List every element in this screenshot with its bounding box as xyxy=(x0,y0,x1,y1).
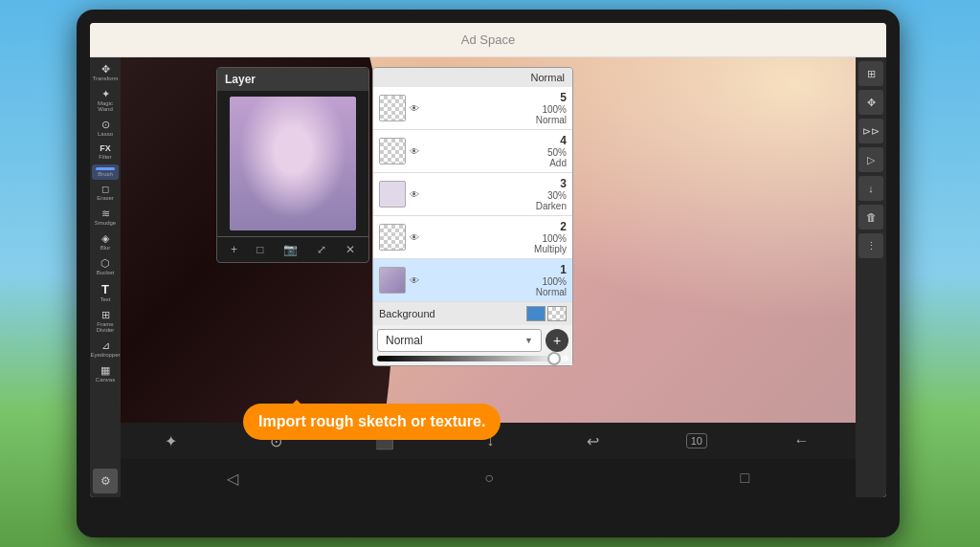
layer-5-info: 5 100% Normal xyxy=(423,91,567,125)
tool-text[interactable]: T Text xyxy=(92,280,119,305)
canvas-icon: ▦ xyxy=(100,365,110,376)
layer-toolbar: + □ 📷 ⤢ ✕ xyxy=(217,236,368,262)
tool-brush[interactable]: Brush xyxy=(92,164,119,180)
layer-row-3[interactable]: 👁 3 30% Darken xyxy=(373,173,572,216)
opacity-slider[interactable] xyxy=(377,356,568,361)
bg-color-transparent[interactable] xyxy=(547,306,567,321)
layer-delete-button[interactable]: ✕ xyxy=(343,241,358,258)
eyedropper-label: Eyedropper xyxy=(90,352,120,358)
tool-magic-wand[interactable]: ✦ Magic Wand xyxy=(92,86,119,115)
blend-mode-add-button[interactable]: + xyxy=(546,329,568,352)
tool-filter[interactable]: FX Filter xyxy=(92,142,119,163)
tablet-frame: Ad Space ✥ Transform ✦ Magic Wand ⊙ Lass… xyxy=(77,10,900,537)
brush-label: Brush xyxy=(98,171,113,177)
layer-4-mode: Add xyxy=(423,158,567,168)
layer-3-opacity: 30% xyxy=(423,190,567,201)
nav-back-button[interactable]: ◁ xyxy=(208,462,257,495)
play-icon: ▷ xyxy=(867,154,875,166)
tablet-screen: Ad Space ✥ Transform ✦ Magic Wand ⊙ Lass… xyxy=(90,23,886,497)
app-btn-undo[interactable]: ↩ xyxy=(581,432,605,450)
hint-bubble: Import rough sketch or texture. xyxy=(243,404,501,440)
left-toolbar: ✥ Transform ✦ Magic Wand ⊙ Lasso FX Filt… xyxy=(90,57,121,497)
magic-wand-icon: ✦ xyxy=(101,89,110,99)
filter-label: Filter xyxy=(99,154,111,160)
right-btn-grid[interactable]: ⊞ xyxy=(858,61,883,86)
tool-smudge[interactable]: ≋ Smudge xyxy=(92,206,119,229)
bucket-label: Bucket xyxy=(97,270,114,275)
layer-2-thumbnail xyxy=(379,224,406,251)
delete-icon: 🗑 xyxy=(866,211,877,223)
lasso-label: Lasso xyxy=(98,131,113,137)
opacity-slider-area xyxy=(373,352,572,365)
filter-icon: FX xyxy=(100,144,111,153)
right-transform-icon: ✥ xyxy=(867,97,876,109)
right-btn-play[interactable]: ▷ xyxy=(858,147,883,172)
canvas-label: Canvas xyxy=(96,377,115,383)
layer-row-5[interactable]: 👁 5 100% Normal xyxy=(373,87,572,130)
right-btn-transform[interactable]: ✥ xyxy=(858,90,883,115)
app-btn-back[interactable]: ← xyxy=(789,432,815,449)
ad-bar: Ad Space xyxy=(90,23,886,57)
layer-1-opacity: 100% xyxy=(423,276,567,287)
layers-list-panel: Normal 👁 5 100% Normal 👁 4 50% Ad xyxy=(372,67,573,366)
layer-thumb-artwork xyxy=(230,97,356,230)
layer-2-visibility-toggle[interactable]: 👁 xyxy=(410,232,419,243)
layer-3-number: 3 xyxy=(423,177,567,190)
tool-lasso[interactable]: ⊙ Lasso xyxy=(92,117,119,140)
blend-mode-dropdown[interactable]: Normal ▼ xyxy=(377,329,542,352)
layer-5-visibility-toggle[interactable]: 👁 xyxy=(410,103,419,114)
layer-2-mode: Multiply xyxy=(423,244,567,254)
tool-eraser[interactable]: ◻ Eraser xyxy=(92,182,119,204)
background-row[interactable]: Background xyxy=(373,302,572,325)
right-btn-delete[interactable]: 🗑 xyxy=(858,205,883,230)
bg-color-blue[interactable] xyxy=(526,306,546,321)
layer-3-mode: Darken xyxy=(423,201,567,211)
right-btn-forward[interactable]: ⊳⊳ xyxy=(858,119,883,143)
forward-icon: ⊳⊳ xyxy=(862,125,880,138)
layers-header-blend-mode: Normal xyxy=(531,72,565,83)
app-btn-star[interactable]: ✦ xyxy=(159,432,183,450)
layer-transform-button[interactable]: ⤢ xyxy=(314,241,329,258)
eyedropper-icon: ⊿ xyxy=(101,340,110,351)
blur-label: Blur xyxy=(100,245,111,251)
right-btn-download[interactable]: ↓ xyxy=(858,176,883,201)
right-panel: ⊞ ✥ ⊳⊳ ▷ ↓ 🗑 ⋮ xyxy=(856,57,886,497)
layer-4-visibility-toggle[interactable]: 👁 xyxy=(410,146,419,157)
layer-4-opacity: 50% xyxy=(423,147,567,158)
tool-canvas[interactable]: ▦ Canvas xyxy=(92,362,119,385)
layer-3-visibility-toggle[interactable]: 👁 xyxy=(410,189,419,200)
layer-row-2[interactable]: 👁 2 100% Multiply xyxy=(373,216,572,259)
layer-import-button[interactable]: 📷 xyxy=(280,241,301,258)
app-btn-counter[interactable]: 10 xyxy=(686,433,707,449)
tool-eyedropper[interactable]: ⊿ Eyedropper xyxy=(92,338,119,361)
layer-3-info: 3 30% Darken xyxy=(423,177,567,211)
tool-transform[interactable]: ✥ Transform xyxy=(92,61,119,84)
settings-button[interactable]: ⚙ xyxy=(93,469,118,493)
layer-row-1[interactable]: 👁 1 100% Normal xyxy=(373,259,572,302)
layer-5-thumbnail xyxy=(379,95,406,121)
tool-frame-divider[interactable]: ⊞ Frame Divider xyxy=(92,307,119,336)
layer-copy-button[interactable]: □ xyxy=(254,241,266,258)
brush-icon xyxy=(96,167,115,170)
layer-row-4[interactable]: 👁 4 50% Add xyxy=(373,130,572,173)
nav-recent-button[interactable]: □ xyxy=(722,462,769,494)
tool-blur[interactable]: ◈ Blur xyxy=(92,230,119,253)
nav-home-button[interactable]: ○ xyxy=(465,462,513,494)
layer-5-mode: Normal xyxy=(423,115,567,125)
smudge-label: Smudge xyxy=(95,220,116,226)
layer-add-button[interactable]: + xyxy=(228,241,240,258)
layer-1-visibility-toggle[interactable]: 👁 xyxy=(410,275,419,286)
smudge-icon: ≋ xyxy=(101,208,110,219)
layer-1-thumbnail xyxy=(379,267,406,294)
magic-wand-label: Magic Wand xyxy=(92,100,119,112)
layers-list-header: Normal xyxy=(373,68,572,87)
bucket-icon: ⬡ xyxy=(100,258,110,269)
right-btn-more[interactable]: ⋮ xyxy=(858,233,883,258)
tool-bucket[interactable]: ⬡ Bucket xyxy=(92,255,119,278)
transform-icon: ✥ xyxy=(101,64,110,75)
opacity-slider-thumb[interactable] xyxy=(547,352,561,365)
blend-mode-area: Normal ▼ + xyxy=(373,325,572,352)
add-icon: + xyxy=(553,333,561,348)
layer-panel-header: Layer xyxy=(217,68,368,91)
grid-icon: ⊞ xyxy=(867,68,876,80)
